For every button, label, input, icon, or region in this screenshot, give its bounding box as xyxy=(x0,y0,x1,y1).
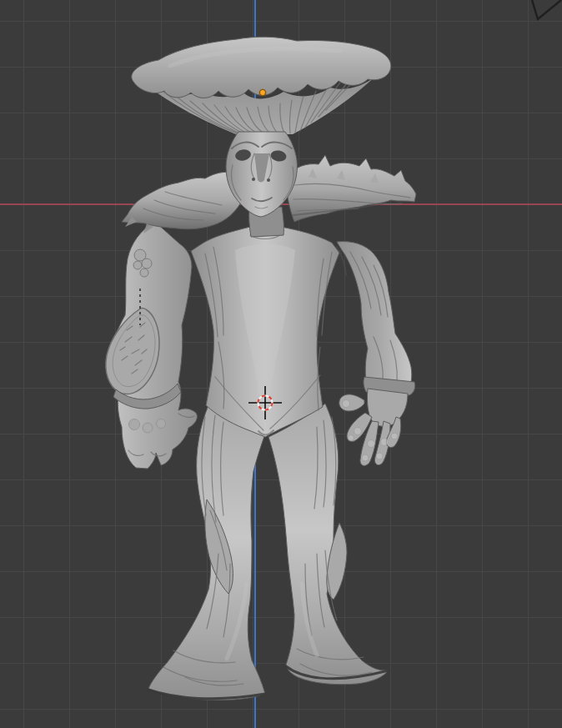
viewport-overlays xyxy=(0,0,562,728)
viewport-3d[interactable] xyxy=(0,0,562,728)
cursor-3d xyxy=(248,386,282,419)
origin-dot xyxy=(259,89,265,95)
area-corner-widget[interactable] xyxy=(532,0,561,19)
origin-point xyxy=(259,89,265,95)
